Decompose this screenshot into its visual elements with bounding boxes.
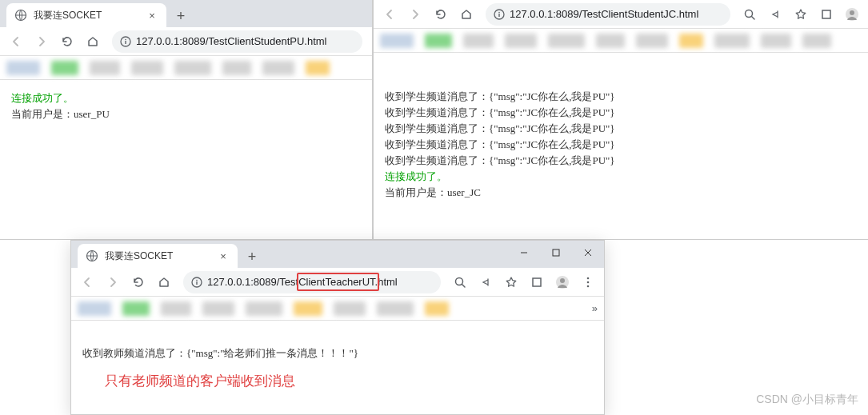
svg-point-5: [498, 11, 500, 13]
svg-point-2: [125, 38, 126, 40]
share-icon[interactable]: [764, 3, 786, 26]
browser-window-left: 我要连SOCKET × + 127.0.0.1:8089/TestClientS…: [0, 0, 373, 240]
watermark: CSDN @小目标青年: [756, 393, 858, 407]
svg-point-22: [587, 285, 590, 287]
svg-point-10: [850, 10, 854, 15]
profile-icon[interactable]: [551, 271, 574, 293]
svg-point-20: [587, 277, 590, 279]
info-icon: [191, 277, 202, 288]
page-content: 连接成功了。 当前用户是：user_PU: [0, 80, 372, 239]
annotation-text: 只有老师频道的客户端收到消息: [105, 372, 593, 390]
reload-button[interactable]: [127, 271, 150, 293]
message-line: 收到学生频道消息了：{"msg":"JC你在么,我是PU"}: [385, 138, 857, 152]
bookmark-bar: [374, 29, 868, 53]
svg-rect-15: [196, 281, 197, 285]
forward-button[interactable]: [102, 271, 124, 293]
star-icon[interactable]: [500, 271, 522, 293]
home-button[interactable]: [82, 30, 104, 53]
toolbar: 127.0.0.1:8089/TestClientStudentJC.html: [374, 0, 868, 29]
url-text: 127.0.0.1:8089/TestClientTeacherUT.html: [207, 276, 433, 288]
page-content: 收到教师频道消息了：{"msg":"给老师们推一条消息！！！"} 只有老师频道的…: [71, 321, 604, 414]
browser-window-bottom: 我要连SOCKET × + 127.0.0.1:8089/TestClientT…: [70, 240, 605, 415]
tab-strip: 我要连SOCKET × +: [71, 241, 604, 268]
tab-title: 我要连SOCKET: [34, 9, 139, 22]
svg-point-21: [587, 281, 590, 283]
forward-button[interactable]: [30, 30, 53, 53]
reload-button[interactable]: [56, 30, 78, 53]
zoom-icon[interactable]: [738, 3, 761, 26]
address-bar[interactable]: 127.0.0.1:8089/TestClientStudentJC.html: [486, 3, 730, 26]
svg-point-19: [560, 278, 565, 283]
back-button[interactable]: [378, 3, 401, 26]
close-icon[interactable]: ×: [146, 9, 158, 22]
message-line: 收到教师频道消息了：{"msg":"给老师们推一条消息！！！"}: [82, 346, 593, 361]
message-line: 收到学生频道消息了：{"msg":"JC你在么,我是PU"}: [385, 90, 857, 104]
browser-window-right: 127.0.0.1:8089/TestClientStudentJC.html …: [373, 0, 868, 240]
minimize-button[interactable]: [508, 241, 540, 265]
overflow-icon[interactable]: »: [592, 302, 598, 314]
message-line: 收到学生频道消息了：{"msg":"JC你在么,我是PU"}: [385, 106, 857, 120]
star-icon[interactable]: [790, 3, 812, 26]
toolbar: 127.0.0.1:8089/TestClientTeacherUT.html: [71, 268, 604, 297]
extensions-icon[interactable]: [526, 271, 548, 293]
url-text: 127.0.0.1:8089/TestClientStudentJC.html: [510, 8, 722, 20]
url-text: 127.0.0.1:8089/TestClientStudentPU.html: [136, 35, 354, 47]
tab-strip: 我要连SOCKET × +: [0, 0, 372, 27]
bookmark-bar: [0, 56, 372, 80]
back-button[interactable]: [5, 30, 27, 53]
svg-rect-17: [533, 278, 541, 286]
menu-icon[interactable]: [577, 271, 599, 293]
svg-rect-12: [553, 249, 559, 256]
maximize-button[interactable]: [540, 241, 572, 265]
current-user-text: 当前用户是：user_JC: [385, 186, 857, 200]
status-success: 连接成功了。: [385, 170, 857, 184]
message-line: 收到学生频道消息了：{"msg":"JC你在么,我是PU"}: [385, 154, 857, 168]
forward-button[interactable]: [404, 3, 426, 26]
back-button[interactable]: [76, 271, 98, 293]
address-bar[interactable]: 127.0.0.1:8089/TestClientStudentPU.html: [112, 30, 362, 53]
svg-point-14: [196, 279, 198, 281]
bookmark-bar: »: [71, 297, 604, 321]
message-line: 收到学生频道消息了：{"msg":"JC你在么,我是PU"}: [385, 122, 857, 136]
zoom-icon[interactable]: [449, 271, 471, 293]
svg-rect-8: [822, 10, 830, 18]
extensions-icon[interactable]: [815, 3, 838, 26]
tab-title: 我要连SOCKET: [105, 249, 210, 263]
home-button[interactable]: [153, 271, 175, 293]
globe-icon: [86, 249, 98, 262]
svg-rect-6: [498, 14, 499, 17]
profile-icon[interactable]: [841, 3, 863, 26]
home-button[interactable]: [455, 3, 478, 26]
page-content: 收到学生频道消息了：{"msg":"JC你在么,我是PU"} 收到学生频道消息了…: [374, 53, 868, 239]
status-success: 连接成功了。: [11, 91, 361, 106]
new-tab-button[interactable]: +: [170, 5, 192, 27]
browser-tab[interactable]: 我要连SOCKET ×: [78, 244, 238, 268]
toolbar: 127.0.0.1:8089/TestClientStudentPU.html: [0, 27, 372, 56]
browser-tab[interactable]: 我要连SOCKET ×: [6, 3, 166, 27]
info-icon: [494, 9, 505, 20]
close-icon[interactable]: ×: [217, 249, 230, 262]
new-tab-button[interactable]: +: [241, 245, 263, 268]
svg-rect-3: [125, 41, 126, 44]
url-highlight: ClientTeacherUT.: [298, 276, 378, 288]
reload-button[interactable]: [430, 3, 452, 26]
address-bar[interactable]: 127.0.0.1:8089/TestClientTeacherUT.html: [183, 271, 441, 293]
window-controls: [508, 241, 604, 265]
info-icon: [120, 36, 131, 47]
share-icon[interactable]: [474, 271, 497, 293]
current-user-text: 当前用户是：user_PU: [11, 107, 361, 122]
globe-icon: [14, 9, 27, 22]
close-button[interactable]: [572, 241, 604, 265]
